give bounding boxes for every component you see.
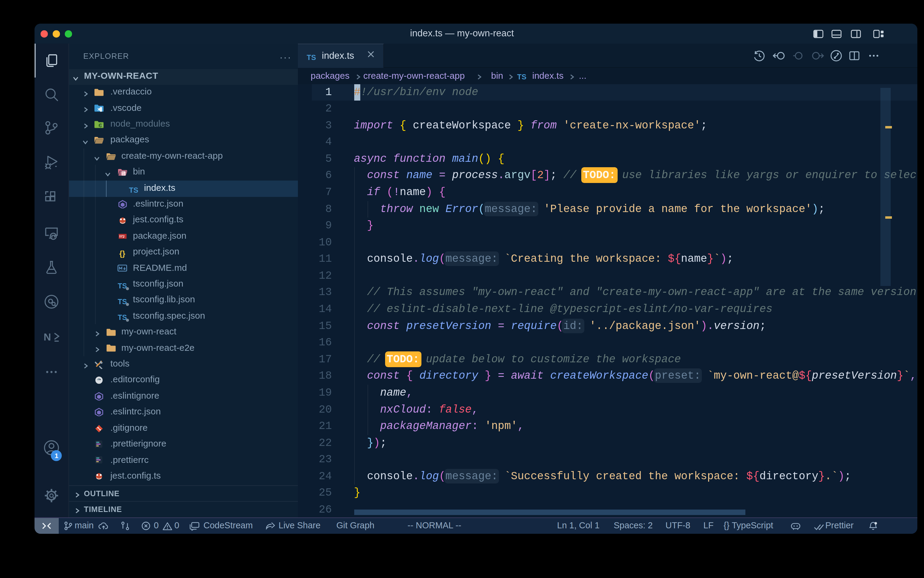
svg-text:JS: JS <box>100 123 103 127</box>
svg-text:N: N <box>44 331 51 342</box>
svg-text:10: 10 <box>122 173 124 176</box>
